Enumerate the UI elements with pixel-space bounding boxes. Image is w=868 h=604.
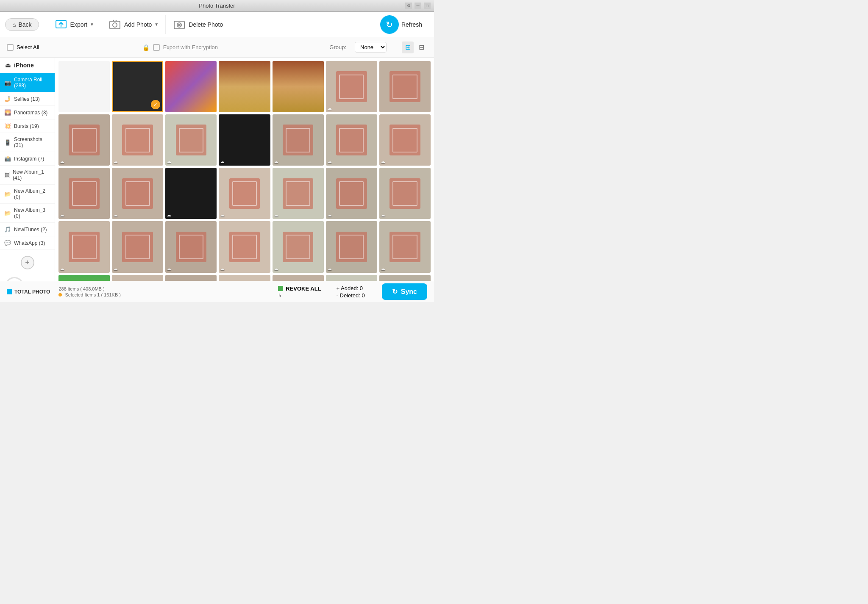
sidebar-item-4[interactable]: 📱Screenshots (31) <box>0 133 55 152</box>
photo-thumb-9[interactable]: ☁ <box>112 114 163 166</box>
sidebar-item-5[interactable]: 📸Instagram (7) <box>0 152 55 166</box>
device-label: iPhone <box>14 62 34 69</box>
sidebar-item-1[interactable]: 🤳Selfies (13) <box>0 92 55 106</box>
photo-thumb-31[interactable]: ☁ <box>165 275 217 281</box>
title-bar: Photo Transfer ⚙ ─ □ <box>0 0 434 12</box>
maximize-button[interactable]: □ <box>424 3 431 9</box>
photo-thumb-2[interactable]: ✓ <box>112 61 163 112</box>
add-photo-dropdown-icon: ▼ <box>154 22 159 27</box>
sync-button[interactable]: ↻ Sync <box>382 283 427 300</box>
sidebar-item-label-6: New Album_1 (41) <box>13 169 50 181</box>
group-select[interactable]: None Date Month Year <box>355 42 387 53</box>
select-all-check[interactable] <box>7 44 14 51</box>
photo-thumb-33[interactable]: ☁ <box>273 275 324 281</box>
revoke-sub: ↳ <box>278 293 282 298</box>
photo-thumb-8[interactable]: ☁ <box>58 114 110 166</box>
photo-thumb-35[interactable]: ☁ <box>379 275 431 281</box>
photo-thumb-3[interactable] <box>165 61 217 112</box>
sidebar-icon-5: 📸 <box>4 155 11 162</box>
settings-button[interactable]: ⚙ <box>405 3 412 9</box>
sidebar-item-10[interactable]: 💬WhatsApp (3) <box>0 236 55 250</box>
add-photo-action[interactable]: Add Photo ▼ <box>101 15 166 34</box>
export-action[interactable]: Export ▼ <box>47 15 101 34</box>
device-header: ⏏ iPhone <box>0 58 55 73</box>
sidebar-item-9[interactable]: 🎵NewiTunes (2) <box>0 223 55 236</box>
photo-thumb-27[interactable]: ☁ <box>326 221 377 272</box>
revoke-all-button[interactable]: REVOKE ALL <box>278 285 321 292</box>
delete-photo-label: Delete Photo <box>189 21 223 28</box>
photo-thumb-18[interactable]: ☁ <box>219 168 270 219</box>
photo-thumb-26[interactable]: ☁ <box>273 221 324 272</box>
photo-thumb-23[interactable]: ☁ <box>112 221 163 272</box>
photo-counts: 288 items ( 408.0MB ) Selected Items 1 (… <box>58 286 121 297</box>
select-all-checkbox[interactable]: Select All <box>7 44 39 51</box>
grid-view-button[interactable]: ⊞ <box>402 42 414 53</box>
photo-area[interactable]: ✓☁ ☁ ☁ ☁ ☁☁ ☁ <box>55 58 434 281</box>
photo-thumb-11[interactable]: ☁ <box>219 114 270 166</box>
photo-thumb-5[interactable] <box>273 61 324 112</box>
photo-thumb-34[interactable]: ☁ <box>326 275 377 281</box>
add-photo-label: Add Photo <box>124 21 152 28</box>
photo-thumb-21[interactable]: ☁ <box>379 168 431 219</box>
minimize-button[interactable]: ─ <box>415 3 421 9</box>
photo-thumb-14[interactable]: ☁ <box>379 114 431 166</box>
encrypt-option: 🔒 Export with Encryption <box>142 44 218 51</box>
sidebar-item-3[interactable]: 💥Bursts (19) <box>0 119 55 133</box>
sidebar-icon-7: 📂 <box>4 191 11 197</box>
sidebar-items: 📷Camera Roll (288)🤳Selfies (13)🌄Panorama… <box>0 73 55 250</box>
sidebar-icon-0: 📷 <box>4 80 11 86</box>
select-all-label: Select All <box>17 44 39 50</box>
green-indicator <box>278 286 283 291</box>
sidebar: ⏏ iPhone 📷Camera Roll (288)🤳Selfies (13)… <box>0 58 55 281</box>
photo-thumb-30[interactable]: ☁ <box>112 275 163 281</box>
sidebar-icon-10: 💬 <box>4 240 11 246</box>
delete-photo-icon <box>172 19 186 30</box>
group-label: Group: <box>329 44 346 50</box>
encrypt-label: Export with Encryption <box>163 44 218 50</box>
photo-thumb-15[interactable]: ☁ <box>58 168 110 219</box>
main-layout: ⏏ iPhone 📷Camera Roll (288)🤳Selfies (13)… <box>0 58 434 281</box>
window-controls: ⚙ ─ □ <box>405 3 431 9</box>
photo-thumb-25[interactable]: ☁ <box>219 221 270 272</box>
sidebar-icon-2: 🌄 <box>4 109 11 116</box>
photo-thumb-7[interactable] <box>379 61 431 112</box>
photo-thumb-22[interactable]: ☁ <box>58 221 110 272</box>
lock-icon: 🔒 <box>142 44 150 51</box>
sidebar-item-8[interactable]: 📂New Album_3 (0) <box>0 204 55 223</box>
deleted-count: - Deleted: 0 <box>337 292 365 299</box>
sidebar-item-7[interactable]: 📂New Album_2 (0) <box>0 185 55 204</box>
photo-thumb-32[interactable]: ☁ <box>219 275 270 281</box>
encrypt-checkbox[interactable] <box>153 44 160 51</box>
photo-thumb-1[interactable] <box>58 61 110 112</box>
photo-thumb-13[interactable]: ☁ <box>326 114 377 166</box>
sidebar-item-6[interactable]: 🖼New Album_1 (41) <box>0 166 55 185</box>
back-button[interactable]: ⌂ Back <box>5 18 39 31</box>
photo-thumb-24[interactable]: ☁ <box>165 221 217 272</box>
photo-thumb-19[interactable]: ☁ <box>273 168 324 219</box>
sync-icon: ↻ <box>392 288 398 296</box>
photo-thumb-20[interactable]: ☁ <box>326 168 377 219</box>
sidebar-item-label-0: Camera Roll (288) <box>14 77 50 89</box>
sidebar-item-label-2: Panoramas (3) <box>14 110 47 116</box>
sidebar-item-2[interactable]: 🌄Panoramas (3) <box>0 106 55 119</box>
photo-thumb-29[interactable]: ☁ <box>58 275 110 281</box>
total-items: 288 items ( 408.0MB ) <box>58 286 121 291</box>
photo-thumb-16[interactable]: ☁ <box>112 168 163 219</box>
delete-photo-action[interactable]: Delete Photo <box>166 15 230 34</box>
total-photo-label: TOTAL PHOTO <box>14 289 50 295</box>
added-deleted: + Added: 0 - Deleted: 0 <box>337 285 365 299</box>
photo-thumb-6[interactable]: ☁ <box>326 61 377 112</box>
photo-thumb-10[interactable]: ☁ <box>165 114 217 166</box>
blue-indicator <box>7 289 12 294</box>
add-album-button[interactable]: + <box>21 256 34 269</box>
sidebar-item-label-7: New Album_2 (0) <box>14 188 50 200</box>
sidebar-icon-4: 📱 <box>4 139 11 146</box>
photo-thumb-28[interactable]: ☁ <box>379 221 431 272</box>
photo-thumb-17[interactable]: ☁ <box>165 168 217 219</box>
sidebar-item-0[interactable]: 📷Camera Roll (288) <box>0 73 55 92</box>
refresh-action[interactable]: ↻ Refresh <box>373 12 429 37</box>
sidebar-item-label-9: NewiTunes (2) <box>14 227 47 233</box>
photo-thumb-4[interactable] <box>219 61 270 112</box>
list-view-button[interactable]: ⊟ <box>415 42 427 53</box>
photo-thumb-12[interactable]: ☁ <box>273 114 324 166</box>
